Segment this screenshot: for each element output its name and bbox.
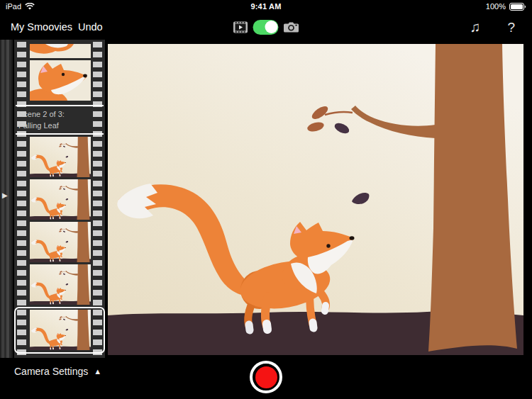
undo-button[interactable]: Undo — [78, 14, 103, 40]
filmstrip-frame-7-selected[interactable] — [30, 310, 91, 350]
filmstrip-frame-4[interactable] — [30, 179, 91, 220]
app-screen: iPad 9:41 AM 100% My Smoovies Undo — [0, 0, 532, 399]
filmstrip-sidebar: Scene 2 of 3: Falling Leaf — [14, 40, 105, 358]
music-note-icon[interactable]: ♫ — [465, 19, 484, 35]
filmstrip-sprockets-left — [17, 40, 26, 358]
record-button[interactable] — [250, 361, 282, 393]
filmstrip-frame-2[interactable] — [30, 60, 91, 101]
filmstrip-frame-1[interactable] — [30, 44, 91, 58]
scene-drawer-handle[interactable]: ▶ — [0, 40, 13, 358]
help-button[interactable]: ? — [503, 20, 519, 35]
camera-settings-button[interactable]: Camera Settings ▲ — [10, 365, 106, 378]
scene-divider-bottom — [16, 133, 104, 135]
toolbar: My Smoovies Undo ♫ — [0, 14, 532, 40]
status-time: 9:41 AM — [0, 2, 532, 11]
scene-divider-top — [16, 105, 104, 106]
scene-label: Scene 2 of 3: Falling Leaf — [18, 108, 102, 131]
status-bar: iPad 9:41 AM 100% — [0, 0, 532, 14]
filmstrip-play-icon — [233, 21, 248, 33]
mode-toggle[interactable] — [253, 20, 279, 35]
filmstrip-frame-6[interactable] — [30, 264, 91, 305]
record-dot — [255, 366, 277, 388]
scene-label-line1: Scene 2 of 3: — [18, 108, 102, 120]
battery-icon — [509, 3, 526, 11]
filmstrip-frame-3[interactable] — [30, 137, 91, 177]
toolbar-right: ♫ ? — [465, 14, 519, 40]
battery-percent-label: 100% — [486, 2, 506, 11]
mode-controls — [233, 14, 299, 40]
filmstrip-frame-5[interactable] — [30, 222, 91, 262]
camera-preview — [108, 44, 523, 355]
drawer-arrow-icon: ▶ — [2, 191, 8, 199]
camera-icon — [284, 21, 299, 33]
chevron-up-icon: ▲ — [94, 367, 101, 376]
my-smoovies-button[interactable]: My Smoovies — [11, 14, 72, 40]
filmstrip-sprockets-right — [93, 40, 102, 358]
camera-settings-label: Camera Settings — [14, 366, 88, 377]
toggle-knob — [265, 21, 277, 33]
scene-label-line2: Falling Leaf — [18, 120, 102, 131]
